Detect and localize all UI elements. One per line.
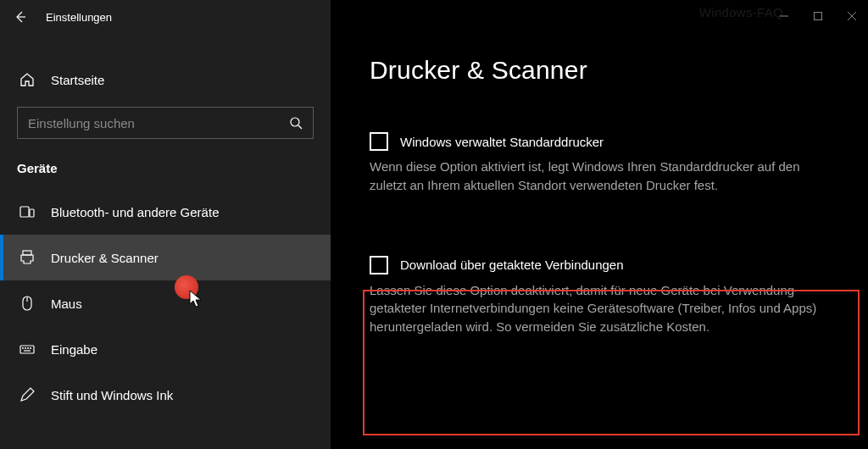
window-title: Einstellungen (46, 11, 112, 24)
search-input[interactable] (28, 116, 287, 130)
svg-line-2 (298, 125, 302, 129)
sidebar-item-label: Eingabe (51, 342, 97, 357)
back-arrow-icon[interactable] (14, 10, 27, 24)
devices-icon (19, 203, 36, 220)
svg-rect-8 (20, 346, 34, 353)
svg-rect-15 (815, 13, 822, 20)
checkbox-label: Windows verwaltet Standarddrucker (400, 135, 604, 149)
pen-icon (19, 386, 36, 403)
svg-point-1 (291, 118, 299, 126)
sidebar-item-typing[interactable]: Eingabe (0, 326, 331, 372)
sidebar-item-mouse[interactable]: Maus (0, 280, 331, 326)
option-description: Wenn diese Option aktiviert ist, legt Wi… (370, 158, 832, 195)
app: Einstellungen Startseite Geräte Bluetoot… (0, 0, 868, 449)
close-button[interactable] (846, 10, 858, 22)
sidebar-item-bluetooth[interactable]: Bluetooth- und andere Geräte (0, 189, 331, 235)
window-controls (778, 10, 858, 22)
sidebar-item-label: Stift und Windows Ink (51, 388, 173, 402)
checkbox-row[interactable]: Windows verwaltet Standarddrucker (370, 132, 832, 151)
search-box[interactable] (17, 107, 314, 139)
mouse-icon (19, 295, 36, 312)
sidebar-item-label: Bluetooth- und andere Geräte (51, 205, 219, 219)
watermark: Windows-FAQ (699, 5, 783, 19)
sidebar-item-label: Drucker & Scanner (51, 251, 159, 265)
maximize-button[interactable] (812, 10, 824, 22)
minimize-button[interactable] (778, 10, 790, 22)
titlebar: Einstellungen (0, 0, 331, 34)
checkbox-icon[interactable] (370, 256, 388, 274)
keyboard-icon (19, 341, 36, 358)
page-title: Drucker & Scanner (370, 56, 868, 85)
sidebar-section-header: Geräte (0, 149, 331, 189)
svg-rect-4 (30, 209, 34, 217)
sidebar-item-printers[interactable]: Drucker & Scanner (0, 235, 331, 280)
option-description: Lassen Sie diese Option deaktiviert, dam… (370, 281, 832, 336)
home-label: Startseite (51, 73, 104, 87)
sidebar-item-label: Maus (51, 297, 82, 311)
main-content: Drucker & Scanner Windows verwaltet Stan… (331, 0, 868, 449)
checkbox-icon[interactable] (370, 132, 388, 151)
sidebar-item-home[interactable]: Startseite (0, 61, 331, 98)
svg-rect-5 (23, 251, 31, 255)
option-metered-download: Download über getaktete Verbindungen Las… (370, 256, 832, 336)
checkbox-label: Download über getaktete Verbindungen (400, 258, 624, 272)
svg-rect-3 (20, 207, 29, 217)
home-icon (19, 71, 36, 88)
search-icon (287, 114, 304, 131)
sidebar: Einstellungen Startseite Geräte Bluetoot… (0, 0, 331, 449)
checkbox-row[interactable]: Download über getaktete Verbindungen (370, 256, 832, 274)
sidebar-item-pen[interactable]: Stift und Windows Ink (0, 372, 331, 418)
option-default-printer: Windows verwaltet Standarddrucker Wenn d… (370, 132, 832, 195)
printer-icon (19, 249, 36, 266)
